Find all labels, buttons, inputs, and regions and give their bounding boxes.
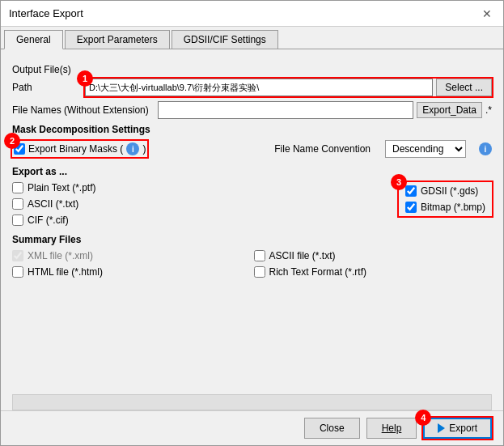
summary-xml-label: XML file (*.xml) [28,250,93,261]
bottom-bar: Close Help 4 Export [1,410,503,445]
export-as-left: Plain Text (*.ptf) ASCII (*.txt) CIF (*.… [12,182,399,226]
tab-gdsii-cif-settings[interactable]: GDSII/CIF Settings [172,30,278,49]
export-gdsii-label: GDSII (*.gds) [421,185,478,197]
annotation-badge-3: 3 [391,174,407,190]
help-button[interactable]: Help [366,418,417,439]
summary-files-section: Summary Files XML file (*.xml) ASCII fil… [12,234,492,278]
main-window: Interface Export ✕ General Export Parame… [0,0,504,446]
tab-content-general: Output File(s) Path 1 Select ... File Na… [1,49,503,394]
convention-info-icon[interactable]: i [479,142,492,155]
export-gdsii-checkbox[interactable] [405,185,417,197]
mask-decomposition-row: 2 Export Binary Masks ( i ) File Name Co… [12,140,492,158]
export-binary-label: Export Binary Masks ( [28,143,123,155]
export-option-gdsii: GDSII (*.gds) [405,185,485,197]
export-binary-close-paren: ) [142,143,146,155]
tab-export-parameters[interactable]: Export Parameters [65,30,170,49]
export-as-title: Export as ... [12,166,492,177]
close-window-button[interactable]: ✕ [479,6,495,22]
export-bmp-checkbox[interactable] [405,202,417,213]
title-bar: Interface Export ✕ [1,1,503,27]
export-txt-checkbox[interactable] [12,198,23,210]
summary-xml-checkbox [12,250,23,261]
mask-decomposition-title: Mask Decomposition Settings [12,124,492,135]
path-label: Path [12,82,85,93]
summary-ascii-checkbox[interactable] [254,250,265,261]
summary-ascii-label: ASCII file (*.txt) [269,250,336,261]
export-label: Export [449,423,477,434]
filename-row: File Names (Without Extension) Export_Da… [12,101,492,119]
export-button-wrapper: 4 Export [423,418,492,439]
export-binary-info-icon[interactable]: i [126,142,139,155]
summary-html-label: HTML file (*.html) [28,266,103,278]
export-option-cif: CIF (*.cif) [12,215,399,226]
export-ptf-label: Plain Text (*.ptf) [28,182,95,193]
export-cif-checkbox[interactable] [12,215,23,226]
convention-label: File Name Convention [274,143,371,155]
close-button[interactable]: Close [304,418,360,439]
export-as-options-row: Plain Text (*.ptf) ASCII (*.txt) CIF (*.… [12,182,492,226]
export-button[interactable]: Export [423,418,492,439]
select-button[interactable]: Select ... [436,79,492,96]
summary-ascii-option: ASCII file (*.txt) [254,250,493,261]
tab-bar: General Export Parameters GDSII/CIF Sett… [1,27,503,49]
export-txt-label: ASCII (*.txt) [28,198,78,210]
export-ptf-checkbox[interactable] [12,182,23,193]
export-option-bmp: Bitmap (*.bmp) [405,202,485,213]
annotation-badge-1: 1 [77,70,93,87]
path-input[interactable] [85,79,433,96]
summary-rtf-option: Rich Text Format (*.rtf) [254,266,493,278]
summary-html-option: HTML file (*.html) [12,266,251,278]
summary-html-checkbox[interactable] [12,266,23,278]
path-field-wrapper: 1 Select ... [85,79,492,96]
summary-rtf-label: Rich Text Format (*.rtf) [269,266,366,278]
export-as-section: Export as ... Plain Text (*.ptf) ASCII (… [12,166,492,226]
summary-xml-option: XML file (*.xml) [12,250,251,261]
summary-files-options: XML file (*.xml) ASCII file (*.txt) HTML… [12,250,492,278]
export-play-icon [438,423,445,433]
window-title: Interface Export [9,7,83,19]
export-option-ptf: Plain Text (*.ptf) [12,182,399,193]
export-bmp-label: Bitmap (*.bmp) [421,202,485,213]
progress-bar [12,394,492,410]
export-binary-checkbox-wrapper: 2 Export Binary Masks ( i ) [12,141,147,157]
filename-label: File Names (Without Extension) [12,104,158,116]
export-gdsii-bmp-wrapper: 3 GDSII (*.gds) Bitmap (*.bmp) [399,182,492,216]
annotation-badge-2: 2 [4,133,20,149]
path-row: Path 1 Select ... [12,79,492,96]
export-option-txt: ASCII (*.txt) [12,198,399,210]
export-data-label: Export_Data [417,102,482,118]
summary-files-title: Summary Files [12,234,492,245]
mask-decomposition-section: Mask Decomposition Settings 2 Export Bin… [12,124,492,158]
tab-general[interactable]: General [4,30,63,49]
filename-input[interactable] [158,101,413,119]
export-cif-label: CIF (*.cif) [28,215,69,226]
ext-label: .* [485,104,492,116]
output-files-section: Output File(s) Path 1 Select ... File Na… [12,64,492,119]
export-binary-wrap: Export Binary Masks ( i ) [14,142,146,155]
summary-rtf-checkbox[interactable] [254,266,265,278]
convention-dropdown[interactable]: Descending Ascending [385,140,466,158]
